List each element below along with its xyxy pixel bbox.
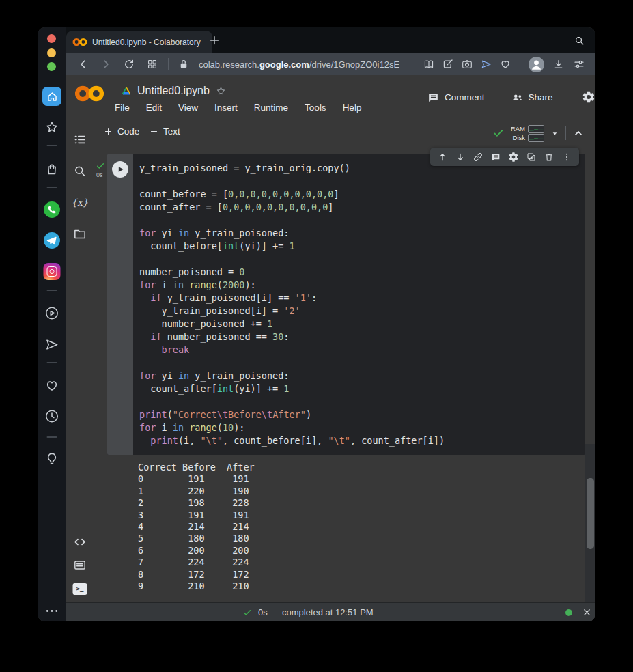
add-code-button[interactable]: Code — [103, 126, 139, 137]
menu-view[interactable]: View — [178, 102, 198, 113]
annotate-icon[interactable] — [442, 58, 454, 70]
sidebar-divider — [47, 145, 57, 146]
heart-icon[interactable] — [44, 378, 60, 393]
colab-app: Untitled0.ipynb File Edit View Insert Ru… — [66, 75, 595, 621]
cell-output-text: Correct Before After 0 191 191 1 220 190… — [138, 462, 568, 598]
status-bar: 0s completed at 12:51 PM — [66, 602, 595, 621]
move-cell-down-icon[interactable] — [455, 152, 466, 163]
cell-more-icon[interactable] — [561, 152, 572, 163]
whatsapp-icon[interactable] — [43, 201, 61, 219]
avatar[interactable] — [529, 57, 544, 72]
sidebar-divider — [47, 436, 57, 438]
terminal-icon[interactable]: >_ — [73, 583, 87, 595]
home-icon — [46, 90, 59, 103]
traffic-light-minimize[interactable] — [47, 48, 56, 57]
browser-tab[interactable]: Untitled0.ipynb - Colaboratory — [66, 31, 212, 53]
comment-button[interactable]: Comment — [445, 92, 485, 102]
instagram-camera-glyph — [47, 266, 57, 277]
collapse-header-icon[interactable] — [572, 126, 585, 140]
send-icon[interactable] — [44, 337, 60, 352]
clock-icon[interactable] — [44, 408, 60, 424]
comment-icon[interactable] — [427, 91, 440, 104]
command-palette-icon[interactable] — [73, 558, 87, 572]
star-icon[interactable] — [44, 120, 60, 135]
download-icon[interactable] — [552, 58, 565, 70]
code-editor[interactable]: y_train_poisoned = y_train_orig.copy() c… — [133, 154, 585, 455]
screenshot-icon[interactable] — [461, 58, 473, 70]
lightbulb-icon[interactable] — [44, 451, 60, 466]
ram-sparkline — [528, 125, 544, 133]
code-snippets-icon[interactable] — [73, 535, 87, 549]
runtime-ok-icon — [492, 127, 505, 139]
play-circle-icon[interactable] — [44, 305, 60, 321]
add-comment-icon[interactable] — [490, 152, 501, 163]
find-replace-icon[interactable] — [73, 164, 87, 178]
resources-caret-icon[interactable] — [550, 128, 560, 139]
menu-help[interactable]: Help — [343, 102, 362, 113]
run-cell-button[interactable] — [112, 161, 128, 178]
menu-tools[interactable]: Tools — [305, 102, 326, 113]
browser-window: Untitled0.ipynb - Colaboratory colab.res… — [38, 27, 595, 621]
url-path: /drive/1GnopZO0i12sE — [309, 59, 399, 70]
tab-grid-button[interactable] — [146, 58, 158, 70]
menu-file[interactable]: File — [115, 102, 130, 113]
move-cell-up-icon[interactable] — [437, 152, 448, 163]
more-options-icon[interactable] — [44, 603, 60, 619]
delete-cell-icon[interactable] — [544, 152, 554, 163]
copy-cell-icon[interactable] — [526, 152, 537, 163]
favorite-icon[interactable] — [499, 58, 511, 70]
disk-label: Disk — [510, 134, 525, 141]
variables-icon[interactable]: {x} — [72, 197, 89, 208]
files-icon[interactable] — [73, 227, 87, 241]
connection-status-dot — [565, 609, 572, 616]
resource-monitor[interactable]: RAM Disk — [510, 125, 544, 142]
forward-button[interactable] — [100, 58, 112, 70]
ram-label: RAM — [510, 125, 525, 132]
back-button[interactable] — [77, 58, 89, 70]
person-icon — [529, 57, 544, 72]
traffic-light-close[interactable] — [47, 34, 56, 43]
shopping-bag-icon[interactable] — [44, 161, 60, 177]
url-field[interactable]: colab.research.google.com/drive/1GnopZO0… — [199, 59, 399, 70]
cell-settings-icon[interactable] — [508, 152, 519, 163]
star-notebook-icon[interactable] — [215, 85, 227, 97]
menu-insert[interactable]: Insert — [214, 102, 238, 113]
colab-sidebar: {x} >_ — [66, 122, 94, 603]
sidebar-home-button[interactable] — [42, 87, 61, 106]
reload-button[interactable] — [123, 58, 135, 70]
notebook-title[interactable]: Untitled0.ipynb — [137, 85, 210, 97]
instagram-icon[interactable] — [44, 263, 61, 280]
plus-icon — [103, 126, 113, 137]
search-icon[interactable] — [574, 35, 585, 46]
add-text-button[interactable]: Text — [149, 126, 180, 137]
share-button[interactable]: Share — [529, 92, 553, 102]
telegram-icon[interactable] — [43, 232, 61, 249]
settings-sliders-icon[interactable] — [573, 58, 585, 70]
code-cell[interactable]: y_train_poisoned = y_train_orig.copy() c… — [107, 154, 585, 455]
close-status-icon[interactable] — [582, 607, 592, 617]
cell-exec-time: 0s — [96, 171, 103, 178]
plus-icon — [149, 126, 159, 137]
notebook-area: 0s y_train_poisoned = y_train_orig.copy(… — [94, 145, 595, 603]
cell-toolbar — [430, 148, 579, 166]
new-tab-button[interactable] — [208, 33, 221, 47]
url-bar: colab.research.google.com/drive/1GnopZO0… — [66, 53, 595, 75]
sidebar-divider — [47, 290, 57, 291]
colab-logo[interactable] — [74, 83, 104, 104]
scrollbar-thumb[interactable] — [587, 478, 594, 549]
tab-title: Untitled0.ipynb - Colaboratory — [92, 38, 201, 47]
link-to-cell-icon[interactable] — [473, 152, 483, 163]
menu-runtime[interactable]: Runtime — [254, 102, 288, 113]
settings-gear-icon[interactable] — [582, 90, 595, 104]
menu-edit[interactable]: Edit — [146, 102, 162, 113]
share-icon[interactable] — [511, 91, 524, 104]
tab-bar: Untitled0.ipynb - Colaboratory — [66, 27, 595, 53]
share-page-icon[interactable] — [480, 58, 492, 70]
code-lines: y_train_poisoned = y_train_orig.copy() c… — [139, 162, 585, 447]
url-domain: google.com — [259, 59, 309, 70]
traffic-light-zoom[interactable] — [47, 62, 56, 71]
urlbar-divider — [520, 58, 520, 70]
table-of-contents-icon[interactable] — [73, 132, 87, 147]
reader-mode-icon[interactable] — [423, 58, 435, 70]
disk-sparkline — [528, 134, 544, 142]
